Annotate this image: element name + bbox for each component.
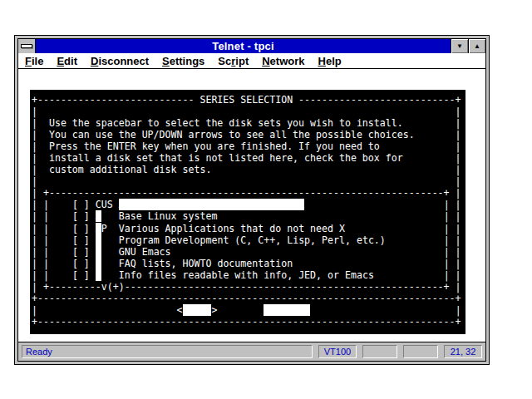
checklist-item-d[interactable]: | | [ ] D Program Development (C, C++, L… [32,234,466,246]
control-menu-icon [21,44,32,48]
instruction-row-1: | Use the spacebar to select the disk se… [32,117,466,129]
item-tag-hotkey: D [96,234,101,246]
client-area: +--------------------------- SERIES SELE… [18,69,485,342]
checklist-item-i[interactable]: | | [ ] I Info files readable with info,… [32,269,466,281]
menu-label-hot: S [162,55,170,67]
ok-button[interactable]: < OK > [177,304,218,316]
checklist-item-a[interactable]: | | [ ] A Base Linux system | | [32,210,466,222]
checkbox-i[interactable]: [ ] [72,269,90,281]
dialog-blank-row: | | [32,106,466,117]
menu-label-hot: F [25,55,32,67]
checkbox-d[interactable]: [ ] [72,234,90,246]
item-desc: Program Development (C, C++, Lisp, Perl,… [119,234,386,246]
menu-label-post: isconnect [98,55,149,67]
dialog-top-border: +--------------------------- SERIES SELE… [32,94,466,106]
item-desc: Info files readable with info, JED, or E… [119,269,374,281]
checklist-top-border: | +-------------------------------------… [32,187,466,199]
menu-item-script[interactable]: Script [211,55,255,67]
status-cursor-position-text: 21, 32 [451,347,476,357]
menu-label-post: elp [326,55,342,67]
down-arrow-icon: ▼ [456,42,463,50]
dialog-blank-row: | | [32,175,466,187]
item-tag: US [101,199,119,210]
menu-item-network[interactable]: Network [255,55,311,67]
checklist-bottom-border: | +---------v(+)------------------------… [32,281,466,293]
status-emulation-text: VT100 [324,347,351,357]
checkbox-a[interactable]: [ ] [72,210,90,222]
status-panel-empty-2 [403,345,438,358]
checkbox-ap[interactable]: [ ] [72,223,90,234]
checkbox-f[interactable]: [ ] [72,258,90,269]
checklist-item-ap[interactable]: | | [ ] AP Various Applications that do … [32,223,466,234]
item-tag-hotkey: E [96,246,101,258]
item-tag-hotkey: A [96,223,101,234]
menu-label-post: ipt [235,55,249,67]
instruction-row-3: | Press the ENTER key when you are finis… [32,140,466,152]
status-panel-empty-1 [362,345,397,358]
dialog-title: SERIES SELECTION [194,94,298,106]
checklist-item-f[interactable]: | | [ ] F FAQ lists, HOWTO documentation… [32,258,466,269]
dialog-bottom-border: +---------------------------------------… [32,316,466,328]
status-panel-ready: Ready [22,345,313,358]
window-title: Telnet - tpci [212,40,274,52]
item-tag-hotkey: F [96,258,101,269]
status-panel-cursor-position: 21, 32 [444,345,482,358]
item-desc: FAQ lists, HOWTO documentation [119,258,293,269]
menu-item-disconnect[interactable]: Disconnect [84,55,155,67]
telnet-window: Telnet - tpci ▼ ▲ FileEditDisconnectSett… [14,35,490,365]
dialog-separator: +---------------------------------------… [32,293,466,304]
dialog-button-row: | < OK > <Cancel> | [32,304,466,316]
menu-label-hot: H [318,55,326,67]
status-bar: Ready VT100 21, 32 [18,342,485,361]
status-ready-text: Ready [26,347,52,357]
instruction-text: install a disk set that is not listed he… [49,152,403,164]
item-tag-hotkey: I [96,269,101,281]
item-desc: Base Linux system [119,210,218,222]
menu-item-edit[interactable]: Edit [50,55,84,67]
minimize-button[interactable]: ▼ [451,39,468,53]
menu-label-post: etwork [270,55,305,67]
menu-label-pre: Sc [218,55,231,67]
title-bar[interactable]: Telnet - tpci ▼ ▲ [18,39,485,53]
item-tag-hotkey: C [96,199,101,210]
instruction-text: Use the spacebar to select the disk sets… [49,117,403,129]
menu-label-hot: D [91,55,98,67]
instruction-row-2: | You can use the UP/DOWN arrows to see … [32,129,466,140]
cancel-button[interactable]: <Cancel> [264,304,310,316]
instruction-row-4: | install a disk set that is not listed … [32,152,466,164]
menu-label-hot: E [57,55,64,67]
instruction-text: You can use the UP/DOWN arrows to see al… [49,129,415,140]
menu-item-file[interactable]: File [18,55,50,67]
item-desc: Also prompt for CUSTOM disk sets [119,199,304,210]
checklist-item-e[interactable]: | | [ ] E GNU Emacs | | [32,246,466,258]
terminal-screen[interactable]: +--------------------------- SERIES SELE… [30,90,466,334]
menu-bar: FileEditDisconnectSettingsScriptNetworkH… [18,53,485,69]
menu-label-post: ile [32,55,43,67]
window-frame: Telnet - tpci ▼ ▲ FileEditDisconnectSett… [17,38,486,362]
title-bar-caption: Telnet - tpci [36,39,451,53]
status-panel-emulation: VT100 [318,345,357,358]
menu-label-hot: N [262,55,269,67]
instruction-text: Press the ENTER key when you are finishe… [49,140,380,152]
menu-label-post: dit [64,55,77,67]
up-arrow-icon: ▲ [474,42,480,50]
maximize-button[interactable]: ▲ [468,39,485,53]
checklist-item-cus[interactable]: | | [ ] CUS Also prompt for CUSTOM disk … [32,199,466,210]
menu-item-help[interactable]: Help [312,55,348,67]
item-tag-hotkey: A [96,210,101,222]
menu-item-settings[interactable]: Settings [155,55,211,67]
menu-label-post: ettings [170,55,205,67]
scroll-more-indicator: v(+) [101,281,125,293]
control-menu-button[interactable] [18,39,36,53]
instruction-row-5: | custom additional disk sets. | [32,164,466,175]
checkbox-e[interactable]: [ ] [72,246,90,258]
checkbox-cus[interactable]: [ ] [72,199,90,210]
instruction-text: custom additional disk sets. [49,164,211,175]
item-desc: Various Applications that do not need X [119,223,345,234]
item-desc: GNU Emacs [119,246,171,258]
item-tag: P [101,223,107,234]
